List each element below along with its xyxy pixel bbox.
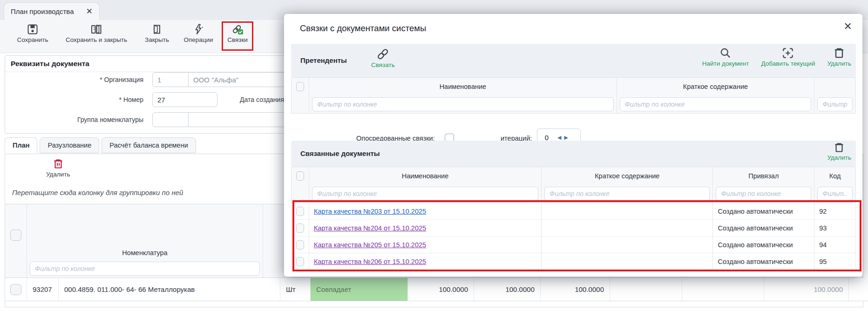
row-linked-by-cell: Создано автоматически <box>713 220 814 236</box>
lightning-icon <box>192 23 204 35</box>
row-checkbox[interactable] <box>296 257 304 266</box>
tab-bom[interactable]: Разузлование <box>40 137 99 153</box>
close-button[interactable]: Закрыть <box>142 23 172 43</box>
grid-data-row[interactable]: 93207 000.4859. 011.000- 64- 66 Металлор… <box>5 278 868 301</box>
add-current-label: Добавить текущий <box>761 60 815 67</box>
row-checkbox[interactable] <box>10 284 21 295</box>
nomenclature-group-name-field[interactable] <box>188 112 292 127</box>
linked-by-filter-input[interactable] <box>716 187 811 201</box>
row-checkbox[interactable] <box>296 223 304 233</box>
row-code-cell: 93 <box>814 220 855 236</box>
number-value: 27 <box>157 96 165 104</box>
close-label: Закрыть <box>145 36 169 43</box>
delete-row-button[interactable]: Удалить <box>46 158 70 178</box>
candidates-delete-button[interactable]: Удалить <box>827 47 851 67</box>
iterations-increment-icon[interactable]: ▶ <box>563 135 569 141</box>
filter-cb-cell <box>292 185 309 203</box>
delete-row-label: Удалить <box>46 171 70 178</box>
candidates-extra-filter-input[interactable] <box>817 97 853 111</box>
operations-label: Операции <box>183 36 213 43</box>
nomenclature-group-code-field[interactable] <box>152 112 189 127</box>
row-qty1-cell: 100.0000 <box>408 278 474 301</box>
candidates-summary-filter-input[interactable] <box>620 97 811 111</box>
number-label: * Номер <box>0 96 143 103</box>
linked-select-all-checkbox[interactable] <box>296 171 304 181</box>
candidates-filter-row <box>291 95 856 114</box>
linked-summary-filter-input[interactable] <box>544 187 710 201</box>
chain-link-icon <box>376 47 390 61</box>
tab-plan[interactable]: План <box>5 137 37 153</box>
candidates-select-all-checkbox[interactable] <box>296 82 304 91</box>
save-button[interactable]: Сохранить <box>13 23 52 43</box>
filter-summary-cell <box>617 95 814 113</box>
col-header-extra <box>814 78 855 95</box>
filter-summary-cell <box>542 185 713 203</box>
door-icon <box>151 23 163 35</box>
document-link[interactable]: Карта качества №206 от 15.10.2025 <box>314 258 426 265</box>
link-document-button[interactable]: Связать <box>371 47 395 68</box>
candidates-select-all-cell <box>292 78 309 95</box>
add-current-button[interactable]: Добавить текущий <box>761 47 815 67</box>
candidates-actions: Найти документ Добавить текущий Уда <box>702 47 851 67</box>
document-link[interactable]: Карта качества №205 от 15.10.2025 <box>314 241 426 249</box>
modal-close-icon[interactable]: ✕ <box>844 21 852 32</box>
linked-document-row[interactable]: Карта качества №205 от 15.10.2025 Создан… <box>291 237 856 253</box>
tab-close-icon[interactable]: ✕ <box>86 7 93 15</box>
find-document-label: Найти документ <box>702 60 749 67</box>
linked-document-row[interactable]: Карта качества №203 от 15.10.2025 Создан… <box>291 203 856 220</box>
trash-icon-red <box>52 158 64 170</box>
tab-time-balance[interactable]: Расчёт баланса времени <box>102 137 196 153</box>
linked-documents-toolbar: Связанные документы Удалить <box>291 141 856 167</box>
filter-code-cell <box>814 185 855 203</box>
nomenclature-filter-input[interactable] <box>30 262 260 276</box>
group-by-hint: Перетащите сюда колонку для группировки … <box>12 189 183 196</box>
row-checkbox[interactable] <box>296 207 304 216</box>
row-linked-by-cell: Создано автоматически <box>713 203 814 219</box>
linked-document-row[interactable]: Карта качества №204 от 15.10.2025 Создан… <box>291 220 856 237</box>
row-checkbox-cell <box>292 203 309 219</box>
save-and-close-button[interactable]: Сохранить и закрыть <box>57 23 136 43</box>
row-checkbox[interactable] <box>296 240 304 250</box>
document-tabs: План Разузлование Расчёт баланса времени <box>5 137 196 153</box>
column-divider <box>263 204 263 277</box>
select-all-checkbox[interactable] <box>10 230 21 241</box>
linked-name-filter-input[interactable] <box>312 187 538 201</box>
row-status-cell: Совпадает <box>311 278 408 301</box>
linked-delete-button[interactable]: Удалить <box>827 142 851 161</box>
tab-production-plan[interactable]: План производства ✕ <box>4 2 100 20</box>
row-checkbox-cell <box>292 237 309 253</box>
save-label: Сохранить <box>17 36 48 43</box>
document-link[interactable]: Карта качества №203 от 15.10.2025 <box>314 208 426 215</box>
row-code-cell: 95 <box>814 253 855 270</box>
operations-button[interactable]: Операции <box>180 23 217 43</box>
chain-link-icon <box>231 23 244 35</box>
links-button[interactable]: Связки <box>225 23 250 43</box>
tab-title: План производства <box>11 7 74 15</box>
row-qty3-cell: 100.0000 <box>541 278 610 301</box>
iterations-decrement-icon[interactable]: ◀ <box>556 135 563 141</box>
col-header-summary: Краткое содержание <box>542 167 713 185</box>
find-document-button[interactable]: Найти документ <box>702 47 749 67</box>
document-link[interactable]: Карта качества №204 от 15.10.2025 <box>314 224 426 232</box>
filter-cb-cell <box>292 95 309 113</box>
row-checkbox-cell <box>5 278 27 301</box>
row-qty4-cell: 100.0000 <box>764 278 849 301</box>
col-header-code: Код <box>814 167 855 185</box>
save-icon <box>27 23 39 35</box>
row-checkbox-cell <box>292 253 309 270</box>
candidates-table: Наименование Краткое содержание <box>291 77 856 114</box>
linked-code-filter-input[interactable] <box>817 187 853 201</box>
candidates-header-row: Наименование Краткое содержание <box>291 77 856 95</box>
row-qty2-cell: 100.0000 <box>474 278 541 301</box>
search-icon <box>719 47 732 60</box>
linked-document-row[interactable]: Карта качества №206 от 15.10.2025 Создан… <box>291 253 856 270</box>
iterations-value: 0 <box>537 134 556 142</box>
col-header-linked-by: Привязал <box>713 167 814 185</box>
row-summary-cell <box>542 220 713 236</box>
organization-code-field[interactable]: 1 <box>152 72 189 87</box>
grid-header-checkbox-column <box>5 204 27 277</box>
candidates-name-filter-input[interactable] <box>312 97 614 111</box>
row-code-cell: 93207 <box>27 278 59 301</box>
organization-name-field[interactable]: ООО "Альфа" <box>188 72 292 87</box>
row-summary-cell <box>542 253 713 270</box>
